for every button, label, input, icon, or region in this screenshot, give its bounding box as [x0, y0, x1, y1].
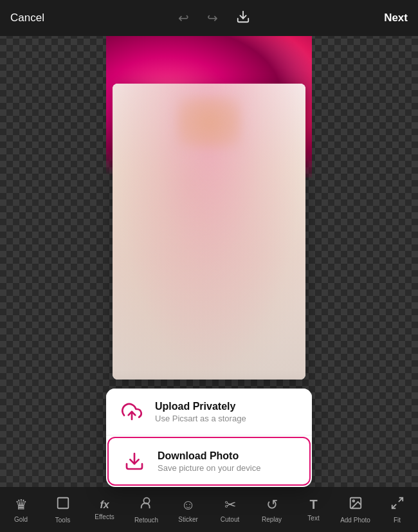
tool-add-photo[interactable]: Add Photo [334, 487, 376, 532]
download-arrow-icon [124, 451, 145, 472]
face-blur-overlay [177, 96, 241, 148]
add-photo-icon [349, 496, 363, 514]
retouch-icon [140, 496, 154, 514]
bottom-toolbar: ♛ Gold Tools fx Effects Retouch ☺ Sticke… [0, 487, 418, 532]
canvas-card [113, 84, 305, 380]
tool-fit[interactable]: Fit [376, 487, 418, 532]
upload-subtitle: Use Picsart as a storage [155, 414, 246, 423]
gold-label: Gold [14, 516, 28, 523]
download-subtitle: Save picture on your device [158, 463, 260, 473]
tool-sticker[interactable]: ☺ Sticker [167, 487, 209, 532]
replay-label: Replay [262, 516, 282, 523]
tool-tools[interactable]: Tools [42, 487, 84, 532]
redo-icon[interactable]: ↪ [207, 10, 218, 26]
retouch-label: Retouch [134, 517, 158, 524]
svg-rect-3 [57, 497, 68, 508]
tool-gold[interactable]: ♛ Gold [0, 487, 42, 532]
tool-replay[interactable]: ↺ Replay [251, 487, 293, 532]
upload-icon-wrap [119, 399, 145, 425]
fit-icon [390, 496, 404, 514]
cutout-icon: ✂ [224, 497, 236, 513]
svg-line-7 [398, 497, 402, 501]
upload-cloud-icon [122, 401, 142, 422]
top-bar-controls: ↩ ↪ [178, 10, 250, 27]
sticker-icon: ☺ [181, 497, 195, 513]
tool-effects[interactable]: fx Effects [84, 487, 125, 532]
text-icon: T [309, 497, 317, 512]
sticker-label: Sticker [178, 516, 198, 523]
download-text: Download Photo Save picture on your devi… [158, 450, 260, 473]
add-photo-label: Add Photo [340, 517, 370, 524]
next-button[interactable]: Next [384, 12, 408, 24]
dropdown-menu: Upload Privately Use Picsart as a storag… [106, 389, 312, 487]
fit-label: Fit [394, 517, 401, 524]
gold-icon: ♛ [15, 497, 28, 513]
tool-cutout[interactable]: ✂ Cutout [209, 487, 251, 532]
download-icon-wrap [122, 448, 147, 474]
upload-text: Upload Privately Use Picsart as a storag… [155, 401, 246, 423]
upload-title: Upload Privately [155, 401, 246, 412]
download-photo-item[interactable]: Download Photo Save picture on your devi… [107, 437, 311, 486]
svg-line-8 [392, 504, 395, 508]
effects-label: Effects [95, 513, 114, 520]
download-title: Download Photo [158, 450, 260, 462]
cancel-button[interactable]: Cancel [10, 12, 44, 24]
svg-point-6 [352, 500, 354, 502]
replay-icon: ↺ [266, 497, 278, 513]
tools-label: Tools [55, 517, 70, 524]
tool-text[interactable]: T Text [293, 487, 334, 532]
text-label: Text [307, 515, 319, 522]
download-top-icon[interactable] [236, 10, 250, 27]
effects-icon: fx [100, 499, 109, 511]
upload-privately-item[interactable]: Upload Privately Use Picsart as a storag… [106, 389, 312, 436]
undo-icon[interactable]: ↩ [178, 10, 189, 26]
cutout-label: Cutout [221, 516, 239, 523]
tools-icon [56, 496, 70, 514]
top-bar: Cancel ↩ ↪ Next [0, 0, 418, 36]
tool-retouch[interactable]: Retouch [125, 487, 167, 532]
canvas-card-content [113, 84, 305, 380]
